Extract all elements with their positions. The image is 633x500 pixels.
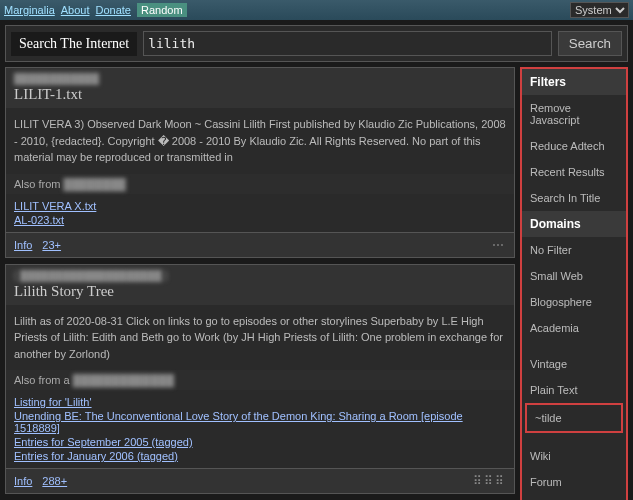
domain-blogosphere[interactable]: Blogosphere (522, 289, 626, 315)
topbar: Marginalia About Donate Random System (0, 0, 633, 20)
domain-academia[interactable]: Academia (522, 315, 626, 341)
nav-random[interactable]: Random (137, 3, 187, 17)
search-input[interactable] (143, 31, 552, 56)
searchbar: Search The Internet Search (5, 25, 628, 62)
domain-no-filter[interactable]: No Filter (522, 237, 626, 263)
result-url: { ████████████████████ } (14, 270, 506, 281)
result-url: ████████████ (14, 73, 506, 84)
result-snippet: LILIT VERA 3) Observed Dark Moon ~ Cassi… (6, 108, 514, 174)
result-links: Listing for 'Lilith' Unending BE: The Un… (6, 390, 514, 468)
filter-search-title[interactable]: Search In Title (522, 185, 626, 211)
search-button[interactable]: Search (558, 31, 622, 56)
domain-plain-text[interactable]: Plain Text (522, 377, 626, 403)
sidebar-section-filters: Filters (522, 69, 626, 95)
domain-wiki[interactable]: Wiki (522, 443, 626, 469)
result-card: ████████████ LILIT-1.txt LILIT VERA 3) O… (5, 67, 515, 258)
result-link[interactable]: Unending BE: The Unconventional Love Sto… (14, 410, 506, 434)
domain-tilde[interactable]: ~tilde (525, 403, 623, 433)
result-info-link[interactable]: Info (14, 475, 32, 487)
result-menu-icon[interactable]: ⋯ (492, 238, 506, 252)
result-links: LILIT VERA X.txt AL-023.txt (6, 194, 514, 232)
result-also: Also from a █████████████ (6, 370, 514, 390)
filter-reduce-adtech[interactable]: Reduce Adtech (522, 133, 626, 159)
domain-small-web[interactable]: Small Web (522, 263, 626, 289)
sidebar-section-domains: Domains (522, 211, 626, 237)
domain-vintage[interactable]: Vintage (522, 351, 626, 377)
result-link[interactable]: Entries for September 2005 (tagged) (14, 436, 506, 448)
result-link[interactable]: Entries for January 2006 (tagged) (14, 450, 506, 462)
filter-remove-js[interactable]: Remove Javascript (522, 95, 626, 133)
result-snippet: Lilith as of 2020-08-31 Click on links t… (6, 305, 514, 371)
nav-donate[interactable]: Donate (96, 4, 131, 16)
result-card: { ████████████████████ } Lilith Story Tr… (5, 264, 515, 495)
filter-recent[interactable]: Recent Results (522, 159, 626, 185)
sidebar: Filters Remove Javascript Reduce Adtech … (520, 67, 628, 500)
result-count-link[interactable]: 288+ (42, 475, 67, 487)
results: ████████████ LILIT-1.txt LILIT VERA 3) O… (5, 67, 515, 500)
nav-about[interactable]: About (61, 4, 90, 16)
result-link[interactable]: AL-023.txt (14, 214, 506, 226)
result-info-link[interactable]: Info (14, 239, 32, 251)
result-title[interactable]: LILIT-1.txt (14, 86, 506, 103)
result-also: Also from ████████ (6, 174, 514, 194)
result-count-link[interactable]: 23+ (42, 239, 61, 251)
nav-marginalia[interactable]: Marginalia (4, 4, 55, 16)
result-link[interactable]: Listing for 'Lilith' (14, 396, 506, 408)
search-title: Search The Internet (11, 32, 137, 56)
result-menu-icon[interactable]: ⠿⠿⠿ (473, 474, 506, 488)
result-link[interactable]: LILIT VERA X.txt (14, 200, 506, 212)
theme-select[interactable]: System (570, 2, 629, 18)
result-title[interactable]: Lilith Story Tree (14, 283, 506, 300)
domain-forum[interactable]: Forum (522, 469, 626, 495)
